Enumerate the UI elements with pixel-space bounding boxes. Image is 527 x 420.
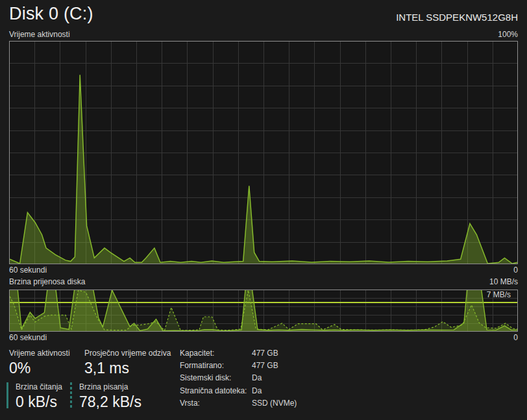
detail-label: Stranična datoteka: — [180, 386, 252, 395]
task-manager-disk-pane: Disk 0 (C:) INTEL SSDPEKNW512G8H Vrijeme… — [0, 0, 527, 420]
activity-chart-title: Vrijeme aktivnosti — [9, 30, 70, 39]
detail-row-formatted: Formatirano: 477 GB — [180, 361, 297, 373]
detail-value: Da — [252, 386, 262, 395]
activity-chart-x-right: 0 — [513, 266, 518, 275]
detail-label: Kapacitet: — [180, 349, 252, 358]
stat-read-speed-label: Brzina čitanja — [16, 382, 62, 391]
transfer-chart[interactable]: 7 MB/s — [9, 290, 518, 332]
stat-active-time-label: Vrijeme aktivnosti — [9, 349, 70, 358]
activity-chart-header: Vrijeme aktivnosti 100% — [9, 30, 518, 39]
transfer-chart-x-left: 60 sekundi — [9, 333, 47, 342]
detail-value: SSD (NVMe) — [252, 399, 297, 408]
detail-label: Vrsta: — [180, 399, 252, 408]
read-speed-key-icon — [6, 382, 8, 408]
device-name: INTEL SSDPEKNW512G8H — [396, 12, 518, 23]
activity-chart-max-label: 100% — [498, 30, 518, 39]
transfer-chart-footer: 60 sekundi 0 — [9, 333, 518, 342]
write-speed-key-icon — [70, 382, 72, 408]
stat-write-speed-value: 78,2 kB/s — [79, 393, 141, 411]
activity-chart-footer: 60 sekundi 0 — [9, 266, 518, 275]
stat-response-time-label: Prosječno vrijeme odziva — [84, 349, 171, 358]
transfer-threshold-label: 7 MB/s — [487, 290, 511, 299]
transfer-chart-header: Brzina prijenosa diska 10 MB/s — [9, 277, 518, 286]
stat-response-time-value: 3,1 ms — [84, 360, 171, 377]
stat-read-speed-value: 0 kB/s — [16, 393, 62, 411]
disk-details: Kapacitet: 477 GB Formatirano: 477 GB Si… — [180, 349, 297, 411]
detail-label: Sistemski disk: — [180, 373, 252, 382]
stat-write-speed-label: Brzina pisanja — [79, 382, 141, 391]
detail-value: Da — [252, 373, 262, 382]
detail-row-page-file: Stranična datoteka: Da — [180, 386, 297, 399]
detail-value: 477 GB — [252, 361, 278, 370]
stat-read-speed: Brzina čitanja 0 kB/s — [16, 382, 62, 411]
stat-write-speed: Brzina pisanja 78,2 kB/s — [79, 382, 141, 411]
detail-row-capacity: Kapacitet: 477 GB — [180, 349, 297, 361]
stat-active-time-value: 0% — [9, 360, 70, 377]
activity-chart-canvas[interactable] — [10, 42, 517, 264]
transfer-chart-canvas[interactable] — [10, 290, 517, 331]
detail-row-system-disk: Sistemski disk: Da — [180, 373, 297, 386]
activity-chart[interactable] — [9, 41, 518, 264]
transfer-chart-title: Brzina prijenosa diska — [9, 277, 85, 286]
stat-response-time: Prosječno vrijeme odziva 3,1 ms — [84, 349, 171, 377]
stat-active-time: Vrijeme aktivnosti 0% — [9, 349, 70, 377]
transfer-chart-max-label: 10 MB/s — [489, 277, 518, 286]
page-title: Disk 0 (C:) — [9, 4, 93, 24]
activity-chart-x-left: 60 sekundi — [9, 266, 47, 275]
transfer-chart-x-right: 0 — [513, 333, 518, 342]
detail-label: Formatirano: — [180, 361, 252, 370]
detail-row-type: Vrsta: SSD (NVMe) — [180, 399, 297, 411]
detail-value: 477 GB — [252, 349, 278, 358]
